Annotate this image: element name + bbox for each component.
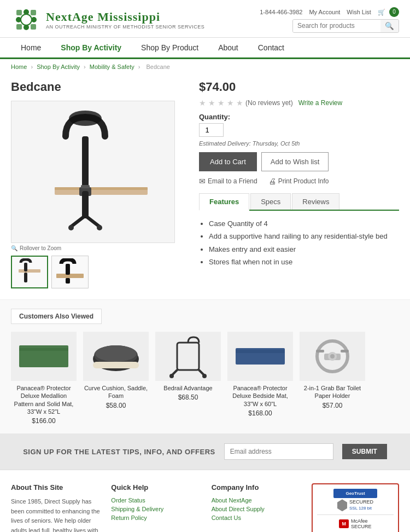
also-viewed-product-3[interactable]: Bedrail Advantage $68.50: [155, 332, 221, 425]
svg-point-36: [169, 374, 174, 378]
newsletter-submit-button[interactable]: SUBMIT: [342, 444, 387, 459]
btn-row: Add to Cart Add to Wish list: [199, 152, 399, 171]
svg-rect-32: [93, 362, 139, 368]
footer-about: About This Site Since 1985, Direct Suppl…: [11, 483, 100, 532]
product-area: Bedcane: [0, 74, 410, 299]
also-viewed-product-1[interactable]: Panacea® Protector Deluxe Medallion Patt…: [11, 332, 77, 425]
add-to-cart-button[interactable]: Add to Cart: [199, 152, 257, 171]
footer-company: Company Info About NextAge About Direct …: [212, 483, 301, 532]
product-4-name: Panacea® Protector Deluxe Bedside Mat, 3…: [227, 384, 293, 408]
add-to-wish-button[interactable]: Add to Wish list: [261, 152, 329, 171]
product-3-image: [155, 332, 221, 381]
feature-2: Add a supportive hand railing to any res…: [209, 230, 399, 242]
tab-features[interactable]: Features: [199, 193, 249, 211]
wish-list-link[interactable]: Wish List: [347, 9, 371, 15]
action-links: ✉ Email to a Friend 🖨 Print Product Info: [199, 177, 399, 186]
search-input[interactable]: [293, 20, 380, 32]
svg-line-18: [85, 216, 99, 227]
logo-name: NextAge Mississippi: [46, 10, 204, 24]
thumbnail-1[interactable]: [11, 256, 48, 288]
newsletter-email-input[interactable]: [224, 443, 333, 460]
svg-rect-6: [16, 10, 22, 15]
cart-count: 0: [389, 7, 399, 17]
phone: 1-844-466-3982: [260, 9, 302, 15]
quantity-label: Quantity:: [199, 113, 399, 121]
svg-point-45: [330, 354, 335, 358]
also-viewed-product-2[interactable]: Curve Cushion, Saddle, Foam $58.00: [83, 332, 149, 425]
product-4-image: [227, 332, 293, 381]
breadcrumb-home[interactable]: Home: [11, 63, 27, 70]
breadcrumb-mobility[interactable]: Mobility & Safety: [90, 63, 134, 70]
envelope-icon: ✉: [199, 177, 206, 186]
svg-rect-42: [316, 350, 324, 352]
svg-rect-21: [19, 269, 40, 273]
breadcrumb-current: Bedcane: [147, 63, 170, 70]
mcafee-badge-item: M McAfeeSECURE: [339, 518, 371, 529]
top-links: 1-844-466-3982 My Account Wish List 🛒 0: [260, 7, 399, 17]
cart-link[interactable]: 🛒 0: [378, 7, 399, 17]
product-main-image: [11, 101, 175, 243]
thumbnail-2[interactable]: [51, 256, 89, 288]
product-2-name: Curve Cushion, Saddle, Foam: [83, 384, 149, 400]
svg-point-5: [31, 17, 37, 22]
svg-rect-25: [66, 264, 70, 275]
svg-rect-0: [11, 4, 42, 35]
product-5-image: [300, 332, 365, 381]
breadcrumb-shop-activity[interactable]: Shop By Activity: [37, 63, 80, 70]
feature-3: Makes entry and exit easier: [209, 243, 399, 256]
product-4-price: $168.00: [227, 409, 293, 417]
shipping-delivery-link[interactable]: Shipping & Delivery: [111, 506, 200, 512]
product-1-image: [11, 332, 77, 381]
product-tabs: Features Specs Reviews: [199, 193, 399, 211]
feature-1: Case Quantity of 4: [209, 217, 399, 230]
product-right: $74.00 ★ ★ ★ ★ ★ (No reviews yet) Write …: [199, 80, 399, 288]
footer-quick-help: Quick Help Order Status Shipping & Deliv…: [111, 483, 200, 532]
print-info-link[interactable]: 🖨 Print Product Info: [268, 177, 329, 186]
mcafee-text: McAfeeSECURE: [351, 518, 372, 529]
write-review-link[interactable]: Write a Review: [298, 99, 342, 107]
about-nextage-link[interactable]: About NextAge: [212, 497, 301, 504]
footer-about-text: Since 1985, Direct Supply has been commi…: [11, 497, 100, 532]
svg-point-31: [95, 345, 137, 362]
nav-item-shop-product[interactable]: Shop By Product: [131, 38, 208, 57]
search-button[interactable]: 🔍: [380, 20, 399, 32]
nav-item-contact[interactable]: Contact: [248, 38, 294, 57]
zoom-hint: 🔍 Rollover to Zoom: [11, 245, 186, 251]
also-viewed-product-5[interactable]: 2-in-1 Grab Bar Toilet Paper Holder $57.…: [300, 332, 365, 425]
svg-rect-9: [31, 24, 36, 30]
top-bar: NextAge Mississippi An Outreach Ministry…: [0, 0, 410, 37]
secured-text: SECUREDSSL 128 bit: [349, 499, 373, 511]
return-policy-link[interactable]: Return Policy: [111, 514, 200, 521]
nav-item-about[interactable]: About: [208, 38, 248, 57]
quantity-input[interactable]: [199, 123, 224, 137]
svg-rect-33: [177, 343, 199, 370]
footer-about-title: About This Site: [11, 483, 100, 491]
product-2-price: $58.00: [83, 402, 149, 409]
also-viewed-product-4[interactable]: Panacea® Protector Deluxe Bedside Mat, 3…: [227, 332, 293, 425]
review-count: (No reviews yet): [245, 99, 293, 107]
tab-specs[interactable]: Specs: [250, 193, 291, 210]
footer-quick-help-title: Quick Help: [111, 483, 200, 491]
trust-badges: GeoTrust SECUREDSSL 128 bit M McAfeeSECU…: [312, 483, 399, 532]
svg-rect-23: [24, 273, 27, 282]
logo-icon: [11, 4, 42, 35]
geotrust-label: GeoTrust: [333, 489, 377, 498]
tab-reviews[interactable]: Reviews: [292, 193, 339, 210]
product-price: $74.00: [199, 80, 399, 94]
product-image-svg: [22, 106, 164, 238]
footer-columns: About This Site Since 1985, Direct Suppl…: [0, 470, 410, 532]
email-friend-link[interactable]: ✉ Email to a Friend: [199, 177, 257, 186]
svg-rect-14: [81, 185, 90, 188]
about-direct-supply-link[interactable]: About Direct Supply: [212, 506, 301, 512]
product-5-price: $57.00: [300, 402, 365, 409]
newsletter-text: Sign Up For The Latest Tips, Info, And O…: [23, 448, 215, 456]
top-right: 1-844-466-3982 My Account Wish List 🛒 0 …: [260, 7, 399, 33]
contact-us-link[interactable]: Contact Us: [212, 514, 301, 521]
nav-item-shop-activity[interactable]: Shop By Activity: [51, 38, 131, 57]
svg-rect-43: [341, 350, 349, 352]
breadcrumb: Home › Shop By Activity › Mobility & Saf…: [0, 59, 410, 74]
my-account-link[interactable]: My Account: [309, 9, 340, 15]
order-status-link[interactable]: Order Status: [111, 497, 200, 504]
nav-item-home[interactable]: Home: [11, 38, 51, 57]
svg-line-17: [71, 216, 85, 227]
